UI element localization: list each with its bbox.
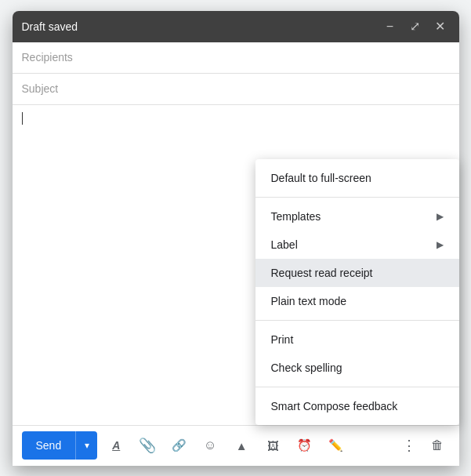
more-options-button[interactable]: ⋮ <box>397 433 422 458</box>
menu-item-label-request-read-receipt: Request read receipt <box>271 267 373 279</box>
send-button-group: Send ▾ <box>22 431 98 460</box>
menu-item-print[interactable]: Print <box>255 325 459 354</box>
format-text-button[interactable]: A <box>103 433 129 458</box>
menu-item-label-templates: Templates <box>271 210 321 223</box>
format-icon: A <box>112 439 120 452</box>
attach-icon: 📎 <box>139 437 156 454</box>
menu-divider <box>255 197 459 198</box>
photo-button[interactable]: 🖼 <box>260 433 285 458</box>
link-button[interactable]: 🔗 <box>166 433 191 458</box>
menu-item-full-screen[interactable]: Default to full-screen <box>255 164 459 192</box>
text-cursor <box>22 112 23 125</box>
delete-button[interactable]: 🗑 <box>425 433 450 458</box>
recipients-placeholder: Recipients <box>22 51 73 64</box>
minimize-button[interactable]: − <box>381 17 400 36</box>
drive-icon: ▲ <box>236 439 248 452</box>
menu-item-label-label: Label <box>271 238 298 251</box>
schedule-button[interactable]: ⏰ <box>292 433 317 458</box>
footer-right-icons: ⋮ 🗑 <box>397 433 450 458</box>
compose-footer: Send ▾ A 📎 🔗 ☺ ▲ 🖼 ⏰ ✏️ ⋮ <box>13 425 459 466</box>
menu-item-arrow-templates: ▶ <box>437 211 444 222</box>
header-actions: − ⤢ ✕ <box>381 17 450 36</box>
emoji-button[interactable]: ☺ <box>197 433 223 458</box>
close-button[interactable]: ✕ <box>431 17 450 36</box>
expand-button[interactable]: ⤢ <box>406 17 425 36</box>
more-options-icon: ⋮ <box>402 437 416 454</box>
menu-item-label-plain-text-mode: Plain text mode <box>271 295 347 307</box>
compose-header: Draft saved − ⤢ ✕ <box>13 11 459 42</box>
menu-item-label[interactable]: Label▶ <box>255 231 459 259</box>
context-menu: Default to full-screenTemplates▶Label▶Re… <box>255 159 459 425</box>
menu-item-label-print: Print <box>271 333 294 346</box>
schedule-icon: ⏰ <box>297 438 312 452</box>
send-button[interactable]: Send <box>22 431 76 460</box>
menu-item-plain-text-mode[interactable]: Plain text mode <box>255 287 459 315</box>
compose-window: Draft saved − ⤢ ✕ Recipients Subject Sen… <box>13 11 459 466</box>
menu-item-templates[interactable]: Templates▶ <box>255 202 459 231</box>
menu-item-request-read-receipt[interactable]: Request read receipt <box>255 259 459 287</box>
subject-placeholder: Subject <box>22 82 59 95</box>
menu-item-smart-compose-feedback[interactable]: Smart Compose feedback <box>255 392 459 420</box>
menu-divider <box>255 320 459 321</box>
menu-item-arrow-label: ▶ <box>437 239 444 250</box>
menu-item-label-full-screen: Default to full-screen <box>271 172 371 184</box>
menu-divider <box>255 387 459 387</box>
recipients-field[interactable]: Recipients <box>13 42 459 74</box>
menu-item-label-smart-compose-feedback: Smart Compose feedback <box>271 400 398 412</box>
subject-field[interactable]: Subject <box>13 74 459 105</box>
menu-item-label-check-spelling: Check spelling <box>271 362 342 374</box>
emoji-icon: ☺ <box>204 438 216 452</box>
menu-item-check-spelling[interactable]: Check spelling <box>255 354 459 382</box>
edit-icon: ✏️ <box>328 438 343 452</box>
drive-button[interactable]: ▲ <box>229 433 254 458</box>
link-icon: 🔗 <box>172 438 187 452</box>
send-dropdown-button[interactable]: ▾ <box>75 431 97 460</box>
compose-title: Draft saved <box>22 20 78 33</box>
delete-icon: 🗑 <box>431 438 444 452</box>
photo-icon: 🖼 <box>267 439 279 452</box>
attach-button[interactable]: 📎 <box>135 433 160 458</box>
edit-button[interactable]: ✏️ <box>323 433 348 458</box>
